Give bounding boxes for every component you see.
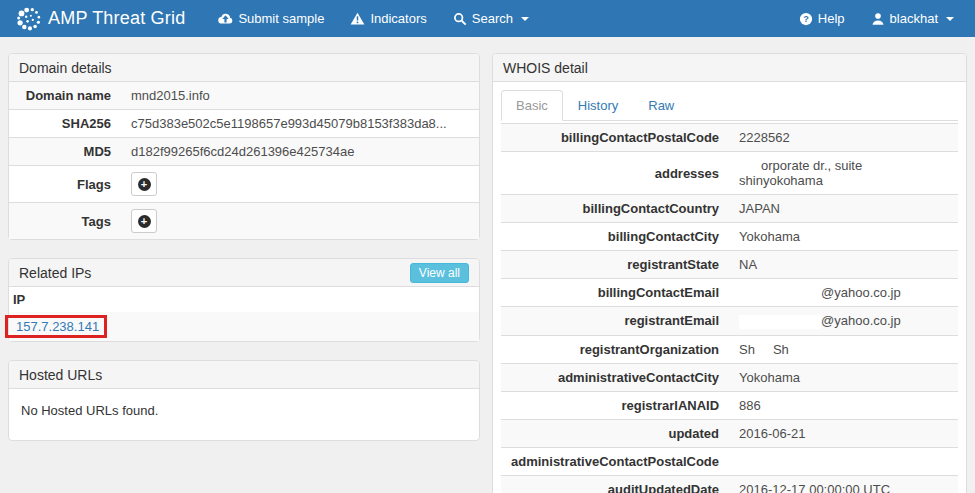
nav-label: Help <box>818 11 845 26</box>
table-row: MD5 d182f99265f6cd24d261396e425734ae <box>9 138 479 166</box>
field-value: 2016-06-21 <box>729 419 958 447</box>
ip-column-header: IP <box>9 287 479 312</box>
field-label: registrarIANAID <box>501 391 729 419</box>
add-button[interactable]: + <box>131 209 157 233</box>
nav-label: blackhat <box>890 11 938 26</box>
ip-link[interactable]: 157.7.238.141 <box>16 319 99 334</box>
value-fragment: orporate dr., suite <box>761 158 862 173</box>
table-row: Tags + <box>9 203 479 240</box>
table-row: registrantState NA <box>501 251 958 279</box>
field-label: Tags <box>9 203 121 240</box>
field-value: d182f99265f6cd24d261396e425734ae <box>121 138 479 166</box>
nav-item-search[interactable]: Search <box>440 0 542 37</box>
field-value: JAPAN <box>729 195 958 223</box>
nav-item-help[interactable]: ? Help <box>786 0 858 37</box>
field-value: c75d383e502c5e1198657e993d45079b8153f383… <box>121 110 479 138</box>
top-navbar: AMP Threat Grid Submit sample Indicators <box>0 0 975 37</box>
table-row: Domain name mnd2015.info <box>9 82 479 110</box>
domain-details-table: Domain name mnd2015.info SHA256 c75d383e… <box>9 82 479 239</box>
plus-circle-icon: + <box>138 178 151 191</box>
field-value: @yahoo.co.jp <box>729 307 958 336</box>
field-value: 2016-12-17 00:00:00 UTC <box>729 475 958 493</box>
tab-raw[interactable]: Raw <box>633 90 689 120</box>
redacted-area <box>739 293 821 297</box>
table-row: registrantEmail @yahoo.co.jp <box>501 307 958 336</box>
table-row: registrarIANAID 886 <box>501 391 958 419</box>
field-label: auditUpdatedDate <box>501 475 729 493</box>
related-ips-panel: Related IPs View all IP 157.7.238.141 <box>8 258 480 342</box>
whois-body: Basic History Raw billingContactPostalCo… <box>493 82 966 493</box>
value-fragment: @yahoo.co.jp <box>821 285 901 300</box>
ip-cell: 157.7.238.141 <box>9 312 479 341</box>
ip-row: 157.7.238.141 <box>9 312 479 341</box>
field-label: administrativeContactPostalCode <box>501 447 729 475</box>
redacted-area <box>739 315 821 329</box>
nav-item-submit-sample[interactable]: Submit sample <box>205 0 337 37</box>
value-fragment: Sh <box>739 342 755 357</box>
panel-heading: WHOIS detail <box>493 54 966 82</box>
field-label: MD5 <box>9 138 121 166</box>
field-label: Domain name <box>9 82 121 110</box>
warning-icon <box>350 12 365 25</box>
field-value: @yahoo.co.jp <box>729 279 958 307</box>
value-fragment: @yahoo.co.jp <box>821 313 901 328</box>
field-label: registrantState <box>501 251 729 279</box>
view-all-button[interactable]: View all <box>410 263 469 283</box>
field-label: SHA256 <box>9 110 121 138</box>
value-fragment: Sh <box>773 342 789 357</box>
redacted-area <box>739 166 761 170</box>
panel-title: Hosted URLs <box>19 367 102 383</box>
tab-link[interactable]: History <box>563 90 633 121</box>
domain-details-panel: Domain details Domain name mnd2015.info … <box>8 53 480 240</box>
nav-item-indicators[interactable]: Indicators <box>337 0 439 37</box>
whois-tabs: Basic History Raw <box>501 90 958 121</box>
tab-link[interactable]: Raw <box>633 90 689 121</box>
field-value: ShSh <box>729 335 958 363</box>
brand[interactable]: AMP Threat Grid <box>8 0 191 37</box>
table-row: billingContactCity Yokohama <box>501 223 958 251</box>
threat-grid-logo-icon <box>14 4 44 34</box>
related-ips-table: IP 157.7.238.141 <box>9 287 479 341</box>
ip-header-row: IP <box>9 287 479 312</box>
field-label: Flags <box>9 166 121 203</box>
field-label: billingContactCountry <box>501 195 729 223</box>
ip-highlight-box: 157.7.238.141 <box>5 315 107 338</box>
value-fragment: shinyokohama <box>739 173 823 188</box>
field-value: Yokohama <box>729 223 958 251</box>
nav-item-user-menu[interactable]: blackhat <box>858 0 967 37</box>
field-label: billingContactCity <box>501 223 729 251</box>
field-value: Yokohama <box>729 363 958 391</box>
panel-title: Domain details <box>19 60 112 76</box>
hosted-urls-empty-message: No Hosted URLs found. <box>9 389 479 440</box>
redacted-area <box>862 166 906 170</box>
field-value: orporate dr., suiteshinyokohama <box>729 152 958 195</box>
search-icon <box>453 12 467 26</box>
tab-basic[interactable]: Basic <box>501 90 563 120</box>
field-value: 2228562 <box>729 124 958 152</box>
field-label: updated <box>501 419 729 447</box>
add-button[interactable]: + <box>131 172 157 196</box>
brand-title: AMP Threat Grid <box>48 8 185 29</box>
table-row: addresses orporate dr., suiteshinyokoham… <box>501 152 958 195</box>
svg-text:?: ? <box>803 14 809 24</box>
table-row: billingContactEmail @yahoo.co.jp <box>501 279 958 307</box>
field-label: billingContactPostalCode <box>501 124 729 152</box>
tab-link[interactable]: Basic <box>501 90 563 121</box>
table-row: registrantOrganization ShSh <box>501 335 958 363</box>
field-label: administrativeContactCity <box>501 363 729 391</box>
chevron-down-icon <box>521 17 529 21</box>
user-icon <box>871 12 885 26</box>
field-label: addresses <box>501 152 729 195</box>
field-value: mnd2015.info <box>121 82 479 110</box>
panel-heading: Hosted URLs <box>9 361 479 389</box>
table-row: SHA256 c75d383e502c5e1198657e993d45079b8… <box>9 110 479 138</box>
table-row: administrativeContactCity Yokohama <box>501 363 958 391</box>
help-icon: ? <box>799 12 813 26</box>
panel-title: WHOIS detail <box>503 60 588 76</box>
field-value: NA <box>729 251 958 279</box>
table-row: updated 2016-06-21 <box>501 419 958 447</box>
navbar-left-menu: Submit sample Indicators Search <box>205 0 542 37</box>
field-value: 886 <box>729 391 958 419</box>
field-value: + <box>121 203 479 240</box>
tab-history[interactable]: History <box>563 90 633 120</box>
